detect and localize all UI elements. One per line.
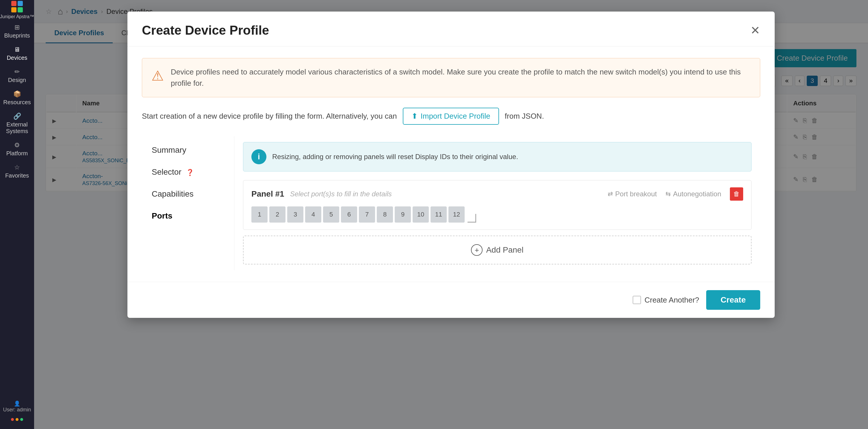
import-prefix: Start creation of a new device profile b…: [142, 112, 397, 121]
sidebar-label-design: Design: [8, 77, 26, 84]
warning-banner: ⚠ Device profiles need to accurately mod…: [142, 58, 760, 97]
modal-nav-label-selector: Selector: [152, 167, 182, 176]
modal-footer: Create Another? Create: [127, 282, 775, 318]
main-content: ☆ ⌂ › Devices › Device Profiles Device P…: [34, 0, 868, 429]
port-btn-12[interactable]: 12: [448, 206, 465, 223]
port-btn-1[interactable]: 1: [251, 206, 268, 223]
import-suffix: from JSON.: [505, 112, 544, 121]
external-systems-icon: 🔗: [13, 112, 21, 120]
port-buttons: 1 2 3 4 5 6 7 8 9 10 11: [251, 206, 743, 223]
user-icon: 👤: [14, 400, 20, 407]
port-btn-11[interactable]: 11: [431, 206, 447, 223]
platform-icon: ⚙: [14, 141, 20, 149]
panel-header: Panel #1 Select port(s)s to fill in the …: [251, 187, 743, 201]
create-confirm-button[interactable]: Create: [706, 290, 760, 310]
port-btn-3[interactable]: 3: [287, 206, 303, 223]
create-device-profile-modal: Create Device Profile ✕ ⚠ Device profile…: [127, 11, 775, 318]
panel-section: Panel #1 Select port(s)s to fill in the …: [243, 180, 751, 230]
sidebar-bottom: 👤 User: admin: [0, 398, 34, 429]
port-breakout-label: Port breakout: [615, 190, 657, 198]
upload-icon: ⬆: [411, 112, 418, 121]
blueprints-icon: ⊞: [14, 24, 20, 31]
logo-squares: [11, 1, 23, 12]
sidebar-label-external-systems: External Systems: [0, 121, 34, 135]
port-btn-4[interactable]: 4: [305, 206, 321, 223]
port-corner-indicator: [467, 214, 476, 223]
devices-icon: 🖥: [14, 46, 20, 54]
plus-circle-icon: +: [471, 244, 483, 256]
import-btn-label: Import Device Profile: [421, 112, 490, 121]
port-btn-9[interactable]: 9: [395, 206, 411, 223]
warning-icon: ⚠: [151, 68, 164, 84]
modal-nav-label-ports: Ports: [152, 211, 173, 220]
selector-help-icon: ❓: [186, 169, 194, 176]
sidebar-item-devices[interactable]: 🖥 Devices: [0, 42, 34, 65]
autonegotiation-button[interactable]: ⇆ Autonegotiation: [665, 190, 721, 198]
user-label: User: admin: [3, 407, 31, 413]
modal-nav-ports[interactable]: Ports: [142, 205, 234, 227]
design-icon: ✏: [14, 68, 20, 76]
panel-actions: ⇄ Port breakout ⇆ Autonegotiation 🗑: [608, 187, 743, 201]
sidebar-label-blueprints: Blueprints: [4, 32, 30, 39]
sidebar-label-devices: Devices: [7, 55, 27, 61]
port-btn-6[interactable]: 6: [341, 206, 357, 223]
port-btn-8[interactable]: 8: [377, 206, 393, 223]
sidebar-item-resources[interactable]: 📦 Resources: [0, 87, 34, 109]
brand-logo: Juniper Apstra™: [8, 3, 26, 17]
panel-delete-button[interactable]: 🗑: [730, 187, 743, 201]
modal-close-button[interactable]: ✕: [750, 24, 760, 37]
dot-red: [11, 418, 14, 421]
trash-icon: 🗑: [733, 190, 740, 198]
modal-nav-label-capabilities: Capabilities: [152, 189, 194, 198]
port-breakout-button[interactable]: ⇄ Port breakout: [608, 190, 657, 198]
modal-content-area: i Resizing, adding or removing panels wi…: [234, 136, 760, 270]
warning-text: Device profiles need to accurately model…: [171, 66, 751, 89]
add-panel-area[interactable]: + Add Panel: [243, 236, 751, 264]
info-text: Resizing, adding or removing panels will…: [272, 153, 518, 161]
dot-yellow: [16, 418, 19, 421]
sidebar-label-favorites: Favorites: [5, 172, 29, 179]
add-panel-button[interactable]: + Add Panel: [471, 244, 523, 256]
sidebar-item-platform[interactable]: ⚙ Platform: [0, 138, 34, 160]
port-btn-10[interactable]: 10: [413, 206, 429, 223]
modal-body: ⚠ Device profiles need to accurately mod…: [127, 46, 775, 282]
modal-nav-selector[interactable]: Selector ❓: [142, 161, 234, 183]
import-device-profile-button[interactable]: ⬆ Import Device Profile: [403, 108, 499, 125]
autonegotiation-label: Autonegotiation: [673, 190, 721, 198]
port-breakout-icon: ⇄: [608, 190, 613, 198]
info-banner: i Resizing, adding or removing panels wi…: [243, 142, 751, 171]
create-another-text: Create Another?: [644, 296, 699, 304]
sidebar-item-favorites[interactable]: ☆ Favorites: [0, 160, 34, 183]
sidebar-label-platform: Platform: [6, 150, 28, 157]
status-dots: [9, 416, 25, 423]
sidebar-item-design[interactable]: ✏ Design: [0, 65, 34, 87]
autonegotiation-icon: ⇆: [665, 190, 671, 198]
modal-nav-summary[interactable]: Summary: [142, 139, 234, 161]
sidebar-item-blueprints[interactable]: ⊞ Blueprints: [0, 20, 34, 42]
favorites-icon: ☆: [14, 164, 20, 171]
modal-header: Create Device Profile ✕: [127, 11, 775, 46]
port-btn-2[interactable]: 2: [269, 206, 285, 223]
modal-nav-label-summary: Summary: [152, 145, 186, 155]
modal-overlay[interactable]: Create Device Profile ✕ ⚠ Device profile…: [34, 0, 868, 429]
sidebar: Juniper Apstra™ ⊞ Blueprints 🖥 Devices ✏…: [0, 0, 34, 429]
modal-main: Summary Selector ❓ Capabilities Ports: [142, 136, 760, 270]
dot-green: [20, 418, 23, 421]
create-another-checkbox[interactable]: [633, 296, 641, 304]
sidebar-item-external-systems[interactable]: 🔗 External Systems: [0, 109, 34, 138]
modal-nav: Summary Selector ❓ Capabilities Ports: [142, 136, 234, 270]
modal-title: Create Device Profile: [142, 23, 269, 37]
sidebar-label-resources: Resources: [3, 99, 31, 106]
user-info[interactable]: 👤 User: admin: [3, 398, 31, 416]
import-line: Start creation of a new device profile b…: [142, 108, 760, 125]
panel-placeholder: Select port(s)s to fill in the details: [290, 190, 602, 198]
add-panel-label: Add Panel: [486, 245, 523, 255]
port-btn-7[interactable]: 7: [359, 206, 375, 223]
modal-nav-capabilities[interactable]: Capabilities: [142, 183, 234, 205]
panel-title: Panel #1: [251, 189, 284, 199]
brand-name: Juniper Apstra™: [0, 14, 34, 19]
resources-icon: 📦: [13, 90, 21, 98]
info-icon: i: [251, 149, 267, 164]
create-another-label: Create Another?: [633, 296, 699, 304]
port-btn-5[interactable]: 5: [323, 206, 339, 223]
